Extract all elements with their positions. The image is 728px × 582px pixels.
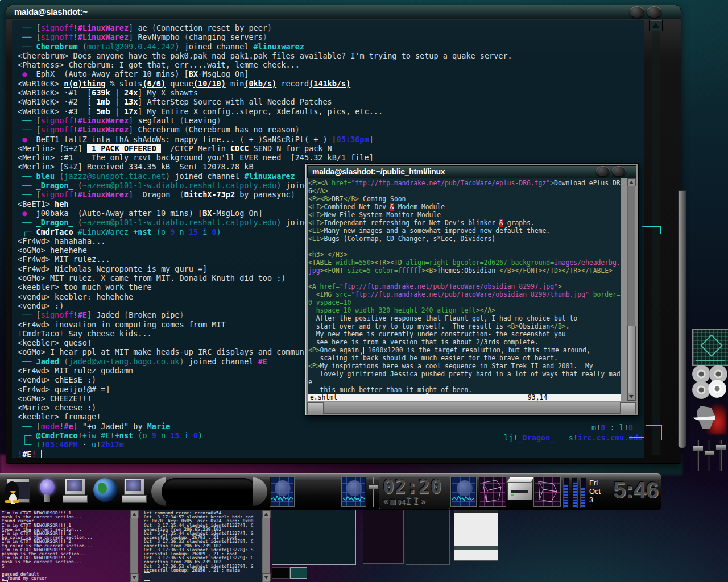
editor-window-titlebar[interactable]: malda@slashdot:~/public_html/linux (307, 165, 636, 178)
window-close-button[interactable] (612, 166, 626, 176)
tux-window-icon[interactable] (3, 477, 30, 506)
date-month: Oct (589, 487, 614, 496)
diamond-wireframe-icon (700, 334, 723, 357)
rewind-icon[interactable]: « (383, 496, 390, 506)
bracket-dash-decoration (629, 437, 644, 438)
stop-icon[interactable]: ■ (390, 496, 398, 506)
syslog-terminal[interactable]: ket command error: error=0x54Oct 3 17:34… (142, 510, 262, 582)
date-weekday: Fri (589, 479, 614, 487)
mini-icon-window[interactable] (272, 567, 290, 579)
cd-player-dockapp[interactable]: 02:20 «■04II» (379, 476, 450, 509)
window-iconify-button[interactable] (596, 166, 610, 176)
tux-penguin-icon (5, 481, 19, 503)
volume-slider[interactable] (369, 477, 378, 507)
sound-scope-dockapp[interactable] (450, 476, 477, 507)
workstation-icon[interactable] (61, 477, 88, 506)
irc-window-titlebar[interactable]: malda@slashdot:~ (6, 5, 681, 19)
editor-window-title: malda@slashdot:~/public_html/linux (312, 167, 445, 176)
taskbar-groove (151, 477, 267, 506)
sound-scope-dockapp[interactable] (270, 476, 295, 507)
editor-statusbar: e.shtml 93,14 (308, 394, 621, 401)
side-handle-bar[interactable] (678, 190, 686, 448)
knight-helmet-icon[interactable] (692, 401, 727, 436)
scroll-up-arrow[interactable] (627, 178, 636, 186)
steprc-debug-log-terminal[interactable]: I'm in CTXT NEWCURSOR!!! 1mask is the cu… (0, 510, 130, 582)
resize-grip-right[interactable] (620, 402, 636, 414)
thumbnail-titlebar (454, 510, 498, 513)
wireframe-model-dockapp[interactable] (479, 476, 506, 507)
slider-knob[interactable] (704, 450, 715, 456)
mini-scrollbar[interactable] (130, 510, 138, 582)
scroll-down-arrow[interactable] (627, 393, 636, 401)
mixer-sliders-dockapp[interactable] (692, 438, 727, 473)
desktop: malda@slashdot:~ ── [signoff!#LinuxWarez… (0, 0, 728, 582)
sound-scope-dockapp[interactable] (341, 476, 366, 507)
irc-window-title: malda@slashdot:~ (14, 7, 88, 16)
editor-cursor-position: 93,14 (528, 394, 547, 401)
editor-terminal-window: malda@slashdot:~/public_html/linux <P><A… (305, 163, 639, 416)
minimized-window-thumbnail-browser[interactable] (454, 510, 498, 561)
disc-drive-icon[interactable] (507, 480, 532, 500)
player-track-number: 04 (398, 499, 406, 505)
minimized-window-thumbnail-irc[interactable] (272, 510, 356, 565)
irc-status-server: lj!_Dragon_ s!irc.cs.cmu.edu (504, 433, 643, 442)
mini-scrollbar[interactable] (262, 510, 270, 582)
editor-scrollbar[interactable] (627, 178, 635, 401)
mini-icon-window[interactable] (290, 567, 307, 579)
scrollbar-trough[interactable] (652, 31, 660, 455)
corner-bracket-decoration (642, 226, 661, 234)
thumbnail-toolbar (454, 546, 498, 550)
date-display: Fri Oct 3 (589, 479, 614, 504)
window-iconify-button[interactable] (630, 6, 644, 18)
slider-knob[interactable] (715, 444, 726, 450)
minimized-window-thumbnail-terminal[interactable] (406, 510, 450, 565)
workstation-icon[interactable] (121, 477, 147, 506)
lightbulb-icon[interactable] (34, 477, 60, 506)
window-close-button[interactable] (647, 6, 661, 18)
slider-knob[interactable] (693, 446, 704, 451)
globe-icon[interactable] (91, 477, 117, 506)
resize-grip-left[interactable] (308, 402, 324, 414)
irc-status-mode-counts: m!8 : l!0 (592, 423, 633, 432)
fast-forward-icon[interactable]: » (420, 496, 428, 506)
scroll-down-arrow[interactable] (262, 573, 271, 581)
wireframe-model-dockapp[interactable] (533, 476, 561, 507)
scroll-up-arrow[interactable] (649, 20, 663, 31)
pause-icon[interactable]: II (406, 496, 420, 506)
window-resize-bar[interactable] (307, 402, 636, 414)
wireframe-scope-dockapp[interactable] (692, 329, 728, 366)
player-controls[interactable]: «■04II» (383, 496, 446, 506)
taskbar: 02:20 «■04II» Fri Oct 3 5:4 (0, 473, 661, 510)
level-meters-dockapp[interactable] (563, 477, 588, 507)
player-time-display: 02:20 (383, 476, 442, 498)
scroll-down-arrow[interactable] (130, 573, 139, 581)
cd-stack-icon[interactable] (692, 365, 727, 400)
editor-buffer[interactable]: <P><A href="ftp://ftp.mandrake.net/pub/T… (308, 178, 621, 394)
scroll-up-arrow[interactable] (130, 510, 139, 518)
date-day: 3 (589, 496, 614, 504)
scrollbar-thumb[interactable] (627, 326, 636, 396)
scroll-up-arrow[interactable] (262, 510, 271, 518)
minimized-window-thumbnail-terminal[interactable] (363, 510, 404, 564)
corner-bracket-decoration (646, 425, 662, 440)
clock-display: 5:46 (613, 477, 659, 503)
editor-filename: e.shtml (310, 394, 337, 401)
